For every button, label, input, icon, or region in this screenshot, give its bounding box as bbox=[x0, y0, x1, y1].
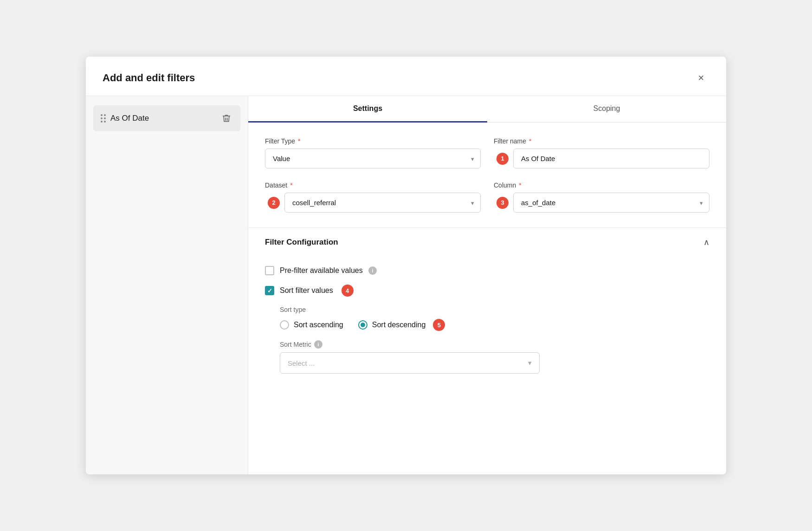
pre-filter-info-icon[interactable]: i bbox=[368, 266, 377, 275]
filter-type-select[interactable]: Value Range Date bbox=[265, 149, 481, 168]
filter-name-group: Filter name * 1 bbox=[494, 137, 709, 168]
drag-handle-icon[interactable] bbox=[101, 114, 106, 123]
pre-filter-label: Pre-filter available values bbox=[280, 266, 363, 275]
filter-type-label: Filter Type * bbox=[265, 137, 481, 145]
pre-filter-row: Pre-filter available values i bbox=[265, 266, 709, 275]
sort-ascending-label: Sort ascending bbox=[294, 321, 343, 329]
filter-item-label: As Of Date bbox=[110, 114, 215, 123]
trash-icon bbox=[222, 114, 231, 123]
dataset-column-row: Dataset * 2 cosell_referral ▾ bbox=[265, 181, 709, 213]
sort-metric-select[interactable]: Select ... ▾ bbox=[280, 352, 540, 374]
close-icon: × bbox=[698, 72, 704, 84]
filter-name-input[interactable] bbox=[513, 149, 709, 168]
badge-4: 4 bbox=[342, 285, 354, 297]
filter-type-select-wrapper: Value Range Date ▾ bbox=[265, 149, 481, 168]
badge-2: 2 bbox=[268, 197, 280, 209]
settings-panel: Filter Type * Value Range Date ▾ bbox=[248, 123, 726, 227]
main-panel: Settings Scoping Filter Type * bbox=[248, 96, 726, 474]
modal-body: As Of Date Settings bbox=[86, 96, 726, 474]
filter-type-name-row: Filter Type * Value Range Date ▾ bbox=[265, 137, 709, 168]
tab-scoping[interactable]: Scoping bbox=[487, 96, 726, 123]
sort-metric-group: Sort Metric i Select ... ▾ bbox=[265, 340, 709, 374]
sort-descending-radio[interactable] bbox=[358, 320, 367, 330]
filter-config-body: Pre-filter available values i Sort filte… bbox=[248, 257, 726, 387]
sort-ascending-row: Sort ascending bbox=[280, 320, 343, 330]
sort-metric-placeholder: Select ... bbox=[288, 359, 315, 367]
sort-descending-label: Sort descending bbox=[372, 321, 426, 329]
sort-type-group: Sort type Sort ascending Sort descending… bbox=[265, 306, 709, 331]
dataset-label: Dataset * bbox=[265, 181, 481, 189]
column-label: Column * bbox=[494, 181, 709, 189]
sort-type-label: Sort type bbox=[280, 306, 709, 313]
delete-filter-button[interactable] bbox=[220, 112, 233, 125]
close-button[interactable]: × bbox=[693, 70, 709, 86]
filter-name-label: Filter name * bbox=[494, 137, 709, 145]
sort-filter-label: Sort filter values bbox=[280, 286, 333, 295]
badge-3: 3 bbox=[496, 197, 509, 209]
modal-header: Add and edit filters × bbox=[86, 57, 726, 96]
filter-list-item[interactable]: As Of Date bbox=[93, 105, 240, 131]
dataset-select-wrapper: cosell_referral ▾ bbox=[284, 193, 481, 213]
modal-container: Add and edit filters × As Of Date bbox=[86, 57, 726, 474]
filter-config-title: Filter Configuration bbox=[265, 238, 338, 247]
filter-config-section-header[interactable]: Filter Configuration ∧ bbox=[248, 227, 726, 257]
sort-metric-info-icon[interactable]: i bbox=[314, 340, 322, 349]
sidebar: As Of Date bbox=[86, 96, 248, 474]
pre-filter-checkbox[interactable] bbox=[265, 266, 274, 275]
tab-settings[interactable]: Settings bbox=[248, 96, 487, 123]
column-select-wrapper: as_of_date ▾ bbox=[513, 193, 709, 213]
modal-title: Add and edit filters bbox=[103, 72, 195, 84]
sort-filter-row: Sort filter values 4 bbox=[265, 285, 709, 297]
tabs-container: Settings Scoping bbox=[248, 96, 726, 123]
sort-filter-checkbox[interactable] bbox=[265, 286, 274, 295]
chevron-down-icon: ▾ bbox=[528, 359, 532, 367]
sort-ascending-radio[interactable] bbox=[280, 320, 289, 330]
sort-descending-row: Sort descending 5 bbox=[358, 319, 445, 331]
filter-type-group: Filter Type * Value Range Date ▾ bbox=[265, 137, 481, 168]
chevron-up-icon: ∧ bbox=[703, 237, 709, 247]
dataset-select[interactable]: cosell_referral bbox=[284, 193, 481, 213]
column-select[interactable]: as_of_date bbox=[513, 193, 709, 213]
badge-1: 1 bbox=[496, 153, 509, 165]
dataset-group: Dataset * 2 cosell_referral ▾ bbox=[265, 181, 481, 213]
column-group: Column * 3 as_of_date ▾ bbox=[494, 181, 709, 213]
sort-metric-label: Sort Metric bbox=[280, 341, 311, 348]
badge-5: 5 bbox=[433, 319, 445, 331]
sort-type-radio-group: Sort ascending Sort descending 5 bbox=[280, 319, 709, 331]
